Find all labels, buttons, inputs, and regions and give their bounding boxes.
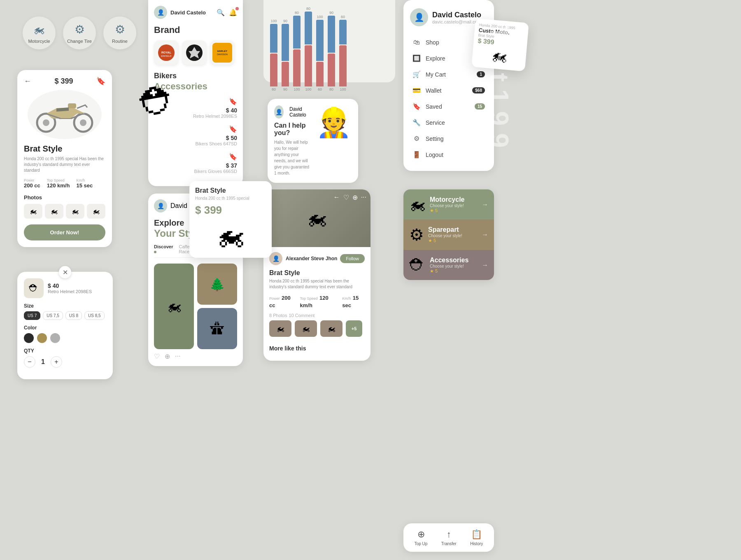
purchase-popup: ✕ ⛑ $ 40 Retro Helmet 2098ES Size US 7 U…	[17, 272, 113, 379]
detail-specs: Power 200 cc Top Speed 120 km/h Km/h 15 …	[269, 294, 365, 309]
wallet-label: Wallet	[426, 87, 467, 94]
bookmark-1[interactable]: 🔖	[193, 98, 237, 105]
setting-icon: ⚙	[412, 135, 421, 142]
bottom-transfer[interactable]: ↑ Transfer	[441, 529, 457, 546]
service-label: Service	[426, 119, 485, 126]
menu-saved[interactable]: 🔖 Saved 15	[410, 98, 487, 114]
color-black[interactable]	[24, 333, 34, 343]
bar-top-6: 90	[329, 11, 333, 15]
back-button[interactable]: ←	[24, 77, 31, 86]
red-bar-7	[339, 45, 347, 86]
search-icon[interactable]: 🔍	[217, 9, 225, 16]
size-us8-5[interactable]: US 8,5	[84, 311, 105, 320]
size-us7-5[interactable]: US 7,5	[43, 311, 63, 320]
speed-spec: Top Speed 120 km/h	[47, 178, 70, 189]
bottom-history[interactable]: 📋 History	[470, 529, 483, 546]
detail-back-icon[interactable]: ←	[333, 194, 340, 201]
routine-icon-btn[interactable]: ⚙ Routine	[103, 16, 136, 49]
photo-2[interactable]: 🏍	[45, 204, 63, 219]
color-silver[interactable]	[50, 333, 60, 343]
color-gold[interactable]	[37, 333, 47, 343]
profile-name: David Castelo	[432, 11, 481, 19]
bookmark-icon[interactable]: 🔖	[96, 77, 105, 86]
transfer-label: Transfer	[441, 541, 457, 546]
detail-photo-3[interactable]: 🏍	[320, 320, 343, 337]
size-buttons: US 7 US 7,5 US 8 US 8,5	[24, 311, 106, 320]
brat-float-desc: Honda 200 cc th 1995 special	[195, 196, 266, 201]
size-us7[interactable]: US 7	[24, 311, 40, 320]
chart-bars: 100 80 90 90 80 100 80 100 100 60	[270, 7, 389, 91]
detail-more-photos[interactable]: +5	[346, 320, 362, 337]
bar-bot-1: 80	[272, 87, 276, 91]
chat-username: David Castelo	[289, 106, 312, 118]
red-bar-1	[270, 54, 277, 86]
detail-more-icon[interactable]: ···	[361, 194, 366, 201]
bar-group-3: 80 100	[293, 11, 301, 91]
cat-accessories[interactable]: ⛑ Accessories Choose your style! ★ 5 →	[403, 250, 494, 280]
qty-row: − 1 +	[24, 356, 106, 368]
menu-mycart[interactable]: 🛒 My Cart 1	[410, 66, 487, 82]
deco-text: T S t 1 9 9	[486, 25, 512, 148]
accessories-cat-sub: Choose your style!	[430, 264, 478, 268]
blue-bar-1	[270, 24, 277, 53]
photo-3[interactable]: 🏍	[66, 204, 84, 219]
acc-item-3: 🔖 $ 37 Bikers Gloves 666SD	[154, 153, 237, 174]
photo-1[interactable]: 🏍	[24, 204, 42, 219]
qty-increment[interactable]: +	[51, 356, 62, 368]
brand-royal-enfield[interactable]: ROYAL ENFIELD	[154, 40, 179, 65]
explore-like-icon[interactable]: ♡	[154, 352, 160, 360]
menu-wallet[interactable]: 💳 Wallet $68	[410, 82, 487, 98]
kmh-label: Km/h	[76, 178, 93, 182]
menu-setting[interactable]: ⚙ Setting	[410, 131, 487, 147]
qty-decrement[interactable]: −	[24, 356, 35, 368]
mechanic-illustration: 👷	[316, 105, 352, 176]
detail-add-icon[interactable]: ⊕	[352, 194, 358, 201]
bottom-topup[interactable]: ⊕ Top Up	[415, 529, 428, 546]
size-section: Size US 7 US 7,5 US 8 US 8,5	[24, 303, 106, 320]
logout-icon: 🚪	[412, 151, 421, 159]
popup-name: Retro Helmet 2098ES	[48, 289, 92, 294]
bar-bot-7: 100	[340, 87, 346, 91]
cat-sparepart[interactable]: ⚙ Sparepart Choose your style! ★ 5 →	[403, 219, 494, 250]
explore-icon: 🔲	[412, 54, 421, 62]
bike-illustration	[32, 96, 98, 133]
service-icon: 🔧	[412, 119, 421, 126]
brand-triumph[interactable]	[182, 40, 207, 65]
tab-discover[interactable]: Discover	[154, 244, 173, 254]
detail-like-icon[interactable]: ♡	[343, 194, 349, 201]
color-label: Color	[24, 325, 106, 331]
chat-user-info: 👤 David Castelo	[274, 105, 312, 119]
power-label: Power	[24, 178, 40, 182]
bookmark-2[interactable]: 🔖	[196, 125, 238, 133]
detail-photo-1[interactable]: 🏍	[269, 320, 291, 337]
user-avatar: 👤	[154, 6, 167, 19]
bar-bot-6: 80	[329, 87, 333, 91]
explore-plus-icon[interactable]: ⊕	[165, 352, 170, 360]
change-tire-icon-btn[interactable]: ⚙ Change Tire	[63, 16, 96, 49]
menu-service[interactable]: 🔧 Service	[410, 114, 487, 131]
bar-top-2: 90	[283, 19, 287, 23]
bar-group-7: 60 100	[339, 15, 347, 91]
detail-name: Brat Style	[269, 269, 365, 277]
shop-icon: 🛍	[412, 39, 421, 46]
motorcycle-icon-btn[interactable]: 🏍 Motorcycle	[23, 16, 56, 49]
menu-logout[interactable]: 🚪 Logout	[410, 147, 487, 163]
bookmark-3[interactable]: 🔖	[194, 153, 237, 161]
explore-img-3: 🛣	[197, 308, 237, 349]
acc-name-3: Bikers Gloves 666SD	[194, 169, 237, 174]
motorcycle-cat-sub: Choose your style!	[430, 203, 478, 208]
follow-button[interactable]: Follow	[340, 254, 365, 263]
brand-harley[interactable]: HARLEY DAVIDSON	[210, 40, 235, 65]
detail-photo-2[interactable]: 🏍	[295, 320, 317, 337]
size-us8[interactable]: US 8	[65, 311, 82, 320]
order-button[interactable]: Order Now!	[24, 224, 105, 240]
cat-motorcycle[interactable]: 🏍 Motorcycle Choose your style! ★ 5 →	[403, 189, 494, 219]
close-button[interactable]: ✕	[59, 266, 71, 278]
user-name: David Castelo	[170, 9, 206, 16]
profile-email: davic.castelo@mail.com	[432, 19, 481, 24]
notification-icon[interactable]: 🔔	[229, 9, 237, 16]
explore-more-icon[interactable]: ···	[175, 352, 180, 360]
detail-header: 👤 Alexander Steve Jhon Follow	[263, 247, 370, 265]
photo-4[interactable]: 🏍	[87, 204, 105, 219]
svg-text:ROYAL: ROYAL	[161, 51, 172, 54]
